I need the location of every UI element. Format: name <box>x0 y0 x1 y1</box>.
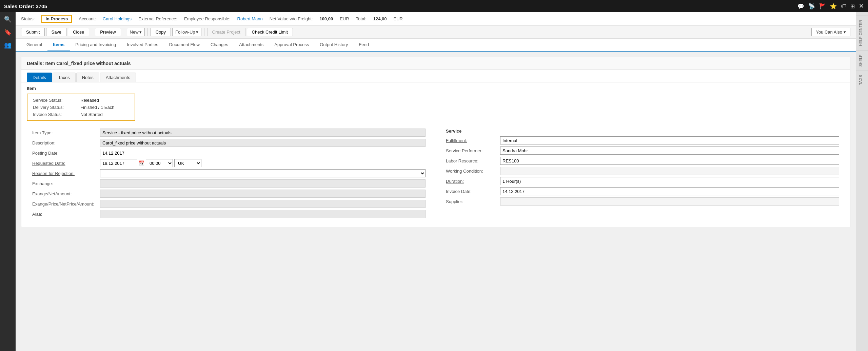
requested-date-input[interactable] <box>100 159 137 167</box>
separator-3 <box>147 28 148 36</box>
new-button[interactable]: New ▾ <box>127 28 145 36</box>
sub-tabs: Details Taxes Notes Attachments <box>21 70 850 82</box>
employee-label: Employee Responsible: <box>184 16 231 21</box>
save-button[interactable]: Save <box>46 28 66 36</box>
exchange-input[interactable] <box>100 179 426 188</box>
fulfillment-row: Fulfillment: <box>446 136 839 144</box>
preview-button[interactable]: Preview <box>95 28 121 36</box>
labor-row: Labor Resource: <box>446 157 839 165</box>
tab-output[interactable]: Output History <box>314 39 353 52</box>
service-status-label: Service Status: <box>33 98 80 103</box>
you-can-also-button[interactable]: You Can Also ▾ <box>811 28 850 36</box>
grid-icon[interactable]: ⊞ <box>850 3 855 9</box>
net-currency: EUR <box>340 16 349 21</box>
details-section: Details: Item Carol_fixed price without … <box>21 57 850 227</box>
requested-time-select[interactable]: 00:00 <box>146 159 173 167</box>
tab-attachments[interactable]: Attachments <box>234 39 269 52</box>
tag-icon[interactable]: 🏷 <box>841 3 846 9</box>
item-section-title: Item <box>27 86 845 91</box>
invoice-date-input[interactable] <box>500 187 839 195</box>
service-status-row: Service Status: Released <box>33 98 129 103</box>
ext-ref-label: External Reference: <box>138 16 177 21</box>
tab-items[interactable]: Items <box>47 39 70 52</box>
form-right: Service Fulfillment: Service Performer: <box>446 129 839 220</box>
service-status-value: Released <box>80 98 99 103</box>
tab-general[interactable]: General <box>21 39 47 52</box>
check-credit-limit-button[interactable]: Check Credit Limit <box>247 28 293 36</box>
users-icon[interactable]: 👥 <box>4 41 12 49</box>
duration-label[interactable]: Duration: <box>446 179 500 184</box>
toolbar: Submit Save Close Preview New ▾ Copy Fol… <box>16 26 856 39</box>
sub-tab-attachments[interactable]: Attachments <box>100 73 136 82</box>
tab-involved[interactable]: Involved Parties <box>121 39 164 52</box>
sub-tab-taxes[interactable]: Taxes <box>53 73 76 82</box>
posting-date-input[interactable] <box>100 149 137 157</box>
total-currency: EUR <box>393 16 402 21</box>
search-icon[interactable]: 🔍 <box>4 16 12 23</box>
close-button[interactable]: Close <box>68 28 89 36</box>
sub-tab-notes[interactable]: Notes <box>76 73 99 82</box>
tab-feed[interactable]: Feed <box>353 39 374 52</box>
exchange-net-input[interactable] <box>100 190 426 198</box>
alaa-label: Alaa: <box>32 212 100 217</box>
item-type-row: Item Type: <box>32 129 426 137</box>
working-row: Working Condition: <box>446 167 839 175</box>
shelf-item[interactable]: SHELF <box>856 50 868 71</box>
net-value: 100,00 <box>319 16 333 21</box>
top-bar-icons: 💬 📡 🚩 ⭐ 🏷 ⊞ ✕ <box>797 2 864 10</box>
create-project-button: Create Project <box>207 28 245 36</box>
tab-document[interactable]: Document Flow <box>164 39 205 52</box>
tab-pricing[interactable]: Pricing and Invoicing <box>70 39 121 52</box>
left-sidebar: 🔍 🔖 👥 <box>0 12 16 351</box>
tab-changes[interactable]: Changes <box>205 39 234 52</box>
requested-locale-select[interactable]: UK <box>174 159 201 167</box>
exchange-price-row: Exange/Price/NetPrice/Amount: <box>32 200 426 208</box>
description-row: Description: <box>32 139 426 147</box>
calendar-icon[interactable]: 📅 <box>139 160 144 166</box>
tab-approval[interactable]: Approval Process <box>269 39 314 52</box>
total-value: 124,00 <box>373 16 387 21</box>
exchange-net-row: Exange/NetAmount: <box>32 190 426 198</box>
submit-button[interactable]: Submit <box>21 28 45 36</box>
exchange-net-label: Exange/NetAmount: <box>32 191 100 196</box>
employee-link[interactable]: Robert Mann <box>237 16 263 21</box>
star-icon[interactable]: ⭐ <box>830 3 837 9</box>
exchange-price-input[interactable] <box>100 200 426 208</box>
reason-rejection-select[interactable] <box>100 169 426 177</box>
close-icon[interactable]: ✕ <box>859 2 864 10</box>
invoice-status-value: Not Started <box>80 112 103 117</box>
invoice-date-row: Invoice Date: <box>446 187 839 195</box>
invoice-status-label: Invoice Status: <box>33 112 80 117</box>
tags-item[interactable]: TAGS <box>856 71 868 89</box>
fulfillment-label[interactable]: Fulfillment: <box>446 138 500 143</box>
follow-up-button[interactable]: Follow-Up ▾ <box>172 28 201 36</box>
working-input[interactable] <box>500 167 839 175</box>
labor-input[interactable] <box>500 157 839 165</box>
fulfillment-input[interactable] <box>500 136 839 144</box>
requested-date-label[interactable]: Requested Date: <box>32 161 100 166</box>
feed-icon[interactable]: 📡 <box>808 3 815 9</box>
bookmark-icon[interactable]: 🔖 <box>4 28 12 36</box>
item-type-input[interactable] <box>100 129 426 137</box>
copy-button[interactable]: Copy <box>151 28 171 36</box>
chat-icon[interactable]: 💬 <box>797 3 804 9</box>
posting-date-label[interactable]: Posting Date: <box>32 151 100 156</box>
help-center-item[interactable]: HELP CENTER <box>856 16 868 50</box>
working-label: Working Condition: <box>446 169 500 174</box>
status-label: Status: <box>21 16 35 21</box>
description-label: Description: <box>32 140 100 145</box>
performer-input[interactable] <box>500 147 839 155</box>
account-link[interactable]: Carol Holdings <box>103 16 132 21</box>
duration-input[interactable] <box>500 177 839 185</box>
sub-tab-details[interactable]: Details <box>27 73 52 82</box>
item-section: Item Service Status: Released Delivery S… <box>21 82 850 227</box>
separator-1 <box>92 28 92 36</box>
new-dropdown-icon: ▾ <box>139 30 142 35</box>
requested-date-row: Requested Date: 📅 00:00 UK <box>32 159 426 167</box>
alaa-input[interactable] <box>100 210 426 218</box>
supplier-input[interactable] <box>500 197 839 206</box>
reason-rejection-label[interactable]: Reason for Rejection: <box>32 171 100 176</box>
description-input[interactable] <box>100 139 426 147</box>
total-label: Total: <box>356 16 367 21</box>
flag-icon[interactable]: 🚩 <box>819 3 826 9</box>
